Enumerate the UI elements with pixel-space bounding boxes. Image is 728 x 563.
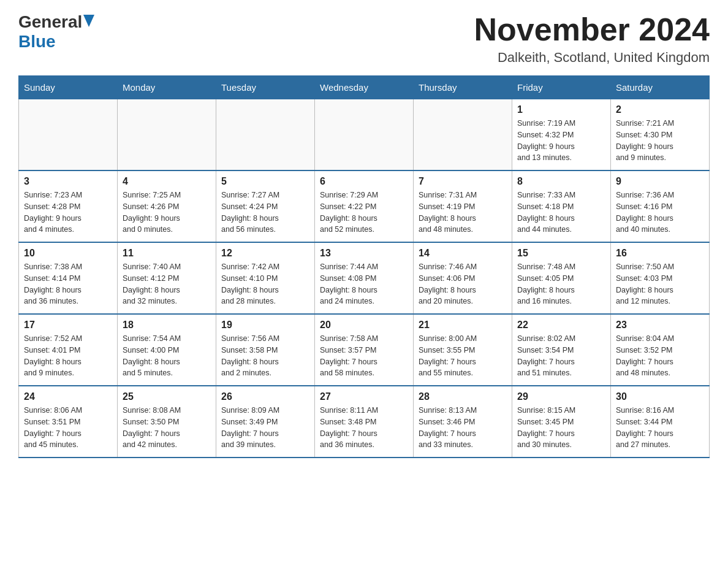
calendar-cell: 3Sunrise: 7:23 AM Sunset: 4:28 PM Daylig…: [19, 170, 118, 242]
day-number: 10: [24, 248, 112, 259]
page-header: General Blue November 2024 Dalkeith, Sco…: [18, 12, 710, 66]
day-number: 21: [419, 320, 507, 331]
weekday-header-saturday: Saturday: [611, 76, 710, 99]
day-info: Sunrise: 7:56 AM Sunset: 3:58 PM Dayligh…: [221, 333, 309, 379]
calendar-cell: 28Sunrise: 8:13 AM Sunset: 3:46 PM Dayli…: [414, 386, 512, 458]
calendar-cell: 14Sunrise: 7:46 AM Sunset: 4:06 PM Dayli…: [414, 242, 512, 314]
calendar-cell: [118, 99, 216, 171]
calendar-cell: 29Sunrise: 8:15 AM Sunset: 3:45 PM Dayli…: [512, 386, 611, 458]
day-info: Sunrise: 7:25 AM Sunset: 4:26 PM Dayligh…: [123, 190, 211, 236]
calendar-cell: 18Sunrise: 7:54 AM Sunset: 4:00 PM Dayli…: [118, 314, 216, 386]
day-number: 2: [616, 104, 704, 115]
day-number: 27: [320, 391, 408, 402]
calendar-cell: 16Sunrise: 7:50 AM Sunset: 4:03 PM Dayli…: [611, 242, 710, 314]
day-info: Sunrise: 7:29 AM Sunset: 4:22 PM Dayligh…: [320, 190, 408, 236]
day-info: Sunrise: 8:15 AM Sunset: 3:45 PM Dayligh…: [517, 405, 605, 451]
day-info: Sunrise: 8:11 AM Sunset: 3:48 PM Dayligh…: [320, 405, 408, 451]
day-number: 24: [24, 391, 112, 402]
day-info: Sunrise: 8:04 AM Sunset: 3:52 PM Dayligh…: [616, 333, 704, 379]
day-info: Sunrise: 7:54 AM Sunset: 4:00 PM Dayligh…: [123, 333, 211, 379]
day-info: Sunrise: 8:16 AM Sunset: 3:44 PM Dayligh…: [616, 405, 704, 451]
calendar-cell: 13Sunrise: 7:44 AM Sunset: 4:08 PM Dayli…: [315, 242, 414, 314]
day-number: 7: [419, 176, 507, 187]
day-number: 1: [517, 104, 605, 115]
day-number: 9: [616, 176, 704, 187]
day-number: 15: [517, 248, 605, 259]
day-info: Sunrise: 7:58 AM Sunset: 3:57 PM Dayligh…: [320, 333, 408, 379]
day-number: 3: [24, 176, 112, 187]
day-number: 18: [123, 320, 211, 331]
weekday-header-wednesday: Wednesday: [315, 76, 414, 99]
day-number: 28: [419, 391, 507, 402]
weekday-header-tuesday: Tuesday: [216, 76, 315, 99]
day-info: Sunrise: 7:46 AM Sunset: 4:06 PM Dayligh…: [419, 261, 507, 307]
day-number: 8: [517, 176, 605, 187]
calendar-cell: 22Sunrise: 8:02 AM Sunset: 3:54 PM Dayli…: [512, 314, 611, 386]
day-number: 12: [221, 248, 309, 259]
day-info: Sunrise: 7:42 AM Sunset: 4:10 PM Dayligh…: [221, 261, 309, 307]
day-info: Sunrise: 7:52 AM Sunset: 4:01 PM Dayligh…: [24, 333, 112, 379]
day-info: Sunrise: 7:38 AM Sunset: 4:14 PM Dayligh…: [24, 261, 112, 307]
weekday-header-sunday: Sunday: [19, 76, 118, 99]
day-info: Sunrise: 7:23 AM Sunset: 4:28 PM Dayligh…: [24, 190, 112, 236]
day-number: 20: [320, 320, 408, 331]
weekday-header-monday: Monday: [118, 76, 216, 99]
day-info: Sunrise: 8:09 AM Sunset: 3:49 PM Dayligh…: [221, 405, 309, 451]
svg-marker-0: [83, 15, 94, 27]
day-number: 29: [517, 391, 605, 402]
day-info: Sunrise: 8:13 AM Sunset: 3:46 PM Dayligh…: [419, 405, 507, 451]
day-info: Sunrise: 7:36 AM Sunset: 4:16 PM Dayligh…: [616, 190, 704, 236]
day-info: Sunrise: 8:00 AM Sunset: 3:55 PM Dayligh…: [419, 333, 507, 379]
logo-blue-text: Blue: [18, 32, 56, 51]
logo-arrow-icon: [83, 15, 94, 29]
day-number: 16: [616, 248, 704, 259]
day-info: Sunrise: 7:27 AM Sunset: 4:24 PM Dayligh…: [221, 190, 309, 236]
day-info: Sunrise: 8:02 AM Sunset: 3:54 PM Dayligh…: [517, 333, 605, 379]
calendar-cell: 10Sunrise: 7:38 AM Sunset: 4:14 PM Dayli…: [19, 242, 118, 314]
calendar-cell: 2Sunrise: 7:21 AM Sunset: 4:30 PM Daylig…: [611, 99, 710, 171]
week-row-5: 24Sunrise: 8:06 AM Sunset: 3:51 PM Dayli…: [19, 386, 710, 458]
day-info: Sunrise: 7:48 AM Sunset: 4:05 PM Dayligh…: [517, 261, 605, 307]
month-title: November 2024: [474, 12, 710, 47]
calendar-cell: 15Sunrise: 7:48 AM Sunset: 4:05 PM Dayli…: [512, 242, 611, 314]
week-row-2: 3Sunrise: 7:23 AM Sunset: 4:28 PM Daylig…: [19, 170, 710, 242]
calendar-cell: 30Sunrise: 8:16 AM Sunset: 3:44 PM Dayli…: [611, 386, 710, 458]
day-info: Sunrise: 7:21 AM Sunset: 4:30 PM Dayligh…: [616, 118, 704, 164]
day-number: 11: [123, 248, 211, 259]
calendar-cell: 23Sunrise: 8:04 AM Sunset: 3:52 PM Dayli…: [611, 314, 710, 386]
weekday-header-thursday: Thursday: [414, 76, 512, 99]
weekday-header-friday: Friday: [512, 76, 611, 99]
calendar-cell: [315, 99, 414, 171]
week-row-4: 17Sunrise: 7:52 AM Sunset: 4:01 PM Dayli…: [19, 314, 710, 386]
day-info: Sunrise: 7:31 AM Sunset: 4:19 PM Dayligh…: [419, 190, 507, 236]
title-section: November 2024 Dalkeith, Scotland, United…: [474, 12, 710, 66]
day-info: Sunrise: 7:19 AM Sunset: 4:32 PM Dayligh…: [517, 118, 605, 164]
day-info: Sunrise: 7:44 AM Sunset: 4:08 PM Dayligh…: [320, 261, 408, 307]
calendar-cell: 7Sunrise: 7:31 AM Sunset: 4:19 PM Daylig…: [414, 170, 512, 242]
day-number: 19: [221, 320, 309, 331]
day-number: 26: [221, 391, 309, 402]
calendar-cell: 27Sunrise: 8:11 AM Sunset: 3:48 PM Dayli…: [315, 386, 414, 458]
day-number: 23: [616, 320, 704, 331]
logo-general-text: General: [18, 12, 82, 32]
calendar-cell: 4Sunrise: 7:25 AM Sunset: 4:26 PM Daylig…: [118, 170, 216, 242]
day-info: Sunrise: 7:33 AM Sunset: 4:18 PM Dayligh…: [517, 190, 605, 236]
calendar-table: SundayMondayTuesdayWednesdayThursdayFrid…: [18, 75, 710, 458]
calendar-cell: 24Sunrise: 8:06 AM Sunset: 3:51 PM Dayli…: [19, 386, 118, 458]
calendar-cell: 20Sunrise: 7:58 AM Sunset: 3:57 PM Dayli…: [315, 314, 414, 386]
day-number: 6: [320, 176, 408, 187]
calendar-cell: 25Sunrise: 8:08 AM Sunset: 3:50 PM Dayli…: [118, 386, 216, 458]
calendar-cell: 6Sunrise: 7:29 AM Sunset: 4:22 PM Daylig…: [315, 170, 414, 242]
calendar-cell: 11Sunrise: 7:40 AM Sunset: 4:12 PM Dayli…: [118, 242, 216, 314]
week-row-1: 1Sunrise: 7:19 AM Sunset: 4:32 PM Daylig…: [19, 99, 710, 171]
location-subtitle: Dalkeith, Scotland, United Kingdom: [474, 50, 710, 66]
calendar-cell: 12Sunrise: 7:42 AM Sunset: 4:10 PM Dayli…: [216, 242, 315, 314]
day-number: 30: [616, 391, 704, 402]
calendar-cell: 19Sunrise: 7:56 AM Sunset: 3:58 PM Dayli…: [216, 314, 315, 386]
day-number: 14: [419, 248, 507, 259]
calendar-cell: 26Sunrise: 8:09 AM Sunset: 3:49 PM Dayli…: [216, 386, 315, 458]
day-info: Sunrise: 7:40 AM Sunset: 4:12 PM Dayligh…: [123, 261, 211, 307]
day-info: Sunrise: 7:50 AM Sunset: 4:03 PM Dayligh…: [616, 261, 704, 307]
week-row-3: 10Sunrise: 7:38 AM Sunset: 4:14 PM Dayli…: [19, 242, 710, 314]
calendar-cell: 17Sunrise: 7:52 AM Sunset: 4:01 PM Dayli…: [19, 314, 118, 386]
